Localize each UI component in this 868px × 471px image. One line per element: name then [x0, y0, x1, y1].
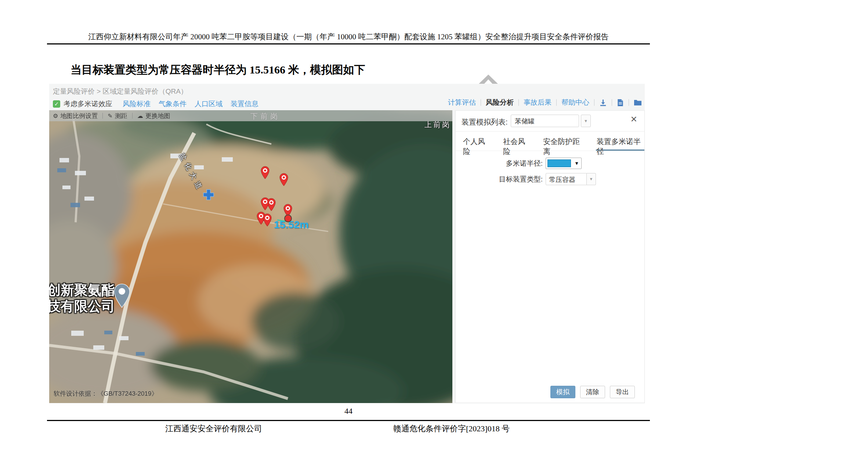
map-pin[interactable] [263, 213, 272, 227]
footer-reference-number: 赣通危化条件评价字[2023]018 号 [393, 423, 510, 434]
collapse-chevron-icon[interactable] [478, 75, 498, 84]
divider [629, 99, 629, 106]
measure-distance-button[interactable]: ✎ 测距 [108, 112, 127, 120]
divider [518, 99, 519, 106]
target-type-row: 目标装置类型: 常压容器 ▼ [456, 173, 596, 185]
report-header-title: 江西仰立新材料有限公司年产 20000 吨苯二甲胺等项目建设（一期（年产 100… [47, 32, 650, 42]
menu-risk-analysis[interactable]: 风险分析 [486, 98, 514, 107]
device-select-trigger[interactable]: ▼ [581, 115, 591, 127]
toolbar-row: ✓ 考虑多米诺效应 风险标准 气象条件 人口区域 装置信息 [53, 99, 258, 109]
menu-help-center[interactable]: 帮助中心 [561, 98, 589, 107]
link-device-info[interactable]: 装置信息 [231, 99, 258, 109]
satellite-map[interactable]: ⚙ 地图比例设置 ✎ 测距 ☁ 更换地图 下前岗 上前岗 盐化大道 创新聚氨酯 [49, 110, 452, 403]
measure-distance-label: 测距 [115, 112, 127, 120]
footer-company: 江西通安安全评价有限公司 [165, 423, 262, 434]
divider [132, 113, 133, 119]
divider [594, 99, 594, 106]
close-icon[interactable]: × [630, 114, 637, 125]
tab-safety-distance[interactable]: 安全防护距离 [542, 132, 584, 151]
change-basemap-label: 更换地图 [145, 112, 170, 120]
breadcrumb[interactable]: 定量风险评价 > 区域定量风险评价（QRA） [53, 87, 188, 96]
chevron-down-icon: ▼ [584, 119, 588, 123]
divider [481, 99, 481, 106]
top-menu: 计算评估 风险分析 事故后果 帮助中心 [448, 98, 642, 107]
cloud-icon: ☁ [137, 112, 143, 119]
map-scale-settings-button[interactable]: ⚙ 地图比例设置 [53, 112, 98, 120]
map-scale-settings-label: 地图比例设置 [60, 112, 98, 120]
target-type-select[interactable]: 常压容器 [546, 173, 587, 185]
report-page: 江西仰立新材料有限公司年产 20000 吨苯二甲胺等项目建设（一期（年产 100… [0, 0, 868, 471]
map-pin[interactable] [261, 166, 270, 179]
divider [612, 99, 612, 106]
map-label-village-right: 上前岗 [424, 120, 451, 130]
device-list-label: 装置模拟列表: [462, 117, 508, 127]
domino-radius-circle [284, 215, 292, 222]
map-label-company: 创新聚氨酯 技有限公司 [49, 282, 115, 315]
link-population[interactable]: 人口区域 [195, 99, 223, 109]
map-center-cross-icon [203, 189, 214, 200]
divider [456, 151, 644, 151]
link-weather[interactable]: 气象条件 [159, 99, 187, 109]
tab-social-risk[interactable]: 社会风险 [502, 132, 531, 151]
clear-button[interactable]: 清除 [580, 386, 605, 398]
qra-app-screenshot: 定量风险评价 > 区域定量风险评价（QRA） ✓ 考虑多米诺效应 风险标准 气象… [49, 84, 645, 403]
page-number: 44 [47, 406, 650, 416]
map-pin[interactable] [261, 197, 270, 211]
map-toolbar: ⚙ 地图比例设置 ✎ 测距 ☁ 更换地图 [49, 110, 452, 121]
device-select[interactable]: 苯储罐 [511, 115, 579, 127]
chevron-down-icon: ▼ [589, 177, 593, 181]
domino-radius-select[interactable]: ▼ [546, 158, 582, 169]
tab-personal-risk[interactable]: 个人风险 [462, 132, 491, 151]
download-icon[interactable] [599, 99, 607, 107]
device-simulation-panel: 装置模拟列表: 苯储罐 ▼ × 个人风险 社会风险 安全防护距离 装置多米诺半径… [455, 110, 645, 403]
body-paragraph: 当目标装置类型为常压容器时半径为 15.5166 米，模拟图如下 [70, 62, 365, 78]
satellite-imagery [49, 110, 452, 403]
menu-accident-consequence[interactable]: 事故后果 [524, 98, 551, 107]
change-basemap-button[interactable]: ☁ 更换地图 [137, 112, 170, 120]
divider [556, 99, 557, 106]
simulate-button[interactable]: 模拟 [550, 386, 575, 398]
menu-calc-eval[interactable]: 计算评估 [448, 98, 476, 107]
domino-radius-label: 多米诺半径: [456, 159, 546, 168]
tab-domino-radius[interactable]: 装置多米诺半径 [596, 132, 644, 151]
chevron-down-icon: ▼ [574, 161, 579, 166]
poi-pin[interactable] [114, 284, 130, 308]
map-pin[interactable] [279, 173, 288, 186]
panel-tabs: 个人风险 社会风险 安全防护距离 装置多米诺半径 [462, 132, 644, 151]
footer-rule [47, 420, 650, 421]
domino-effect-checkbox[interactable]: ✓ [53, 100, 60, 108]
document-icon[interactable] [617, 99, 624, 107]
pencil-icon: ✎ [108, 112, 112, 119]
domino-radius-row: 多米诺半径: ▼ [456, 158, 582, 169]
domino-radius-color-swatch [547, 159, 571, 167]
divider [102, 113, 103, 119]
target-type-label: 目标装置类型: [456, 175, 546, 184]
gear-icon: ⚙ [53, 112, 58, 119]
link-risk-standard[interactable]: 风险标准 [123, 99, 151, 109]
panel-action-buttons: 模拟 清除 导出 [550, 386, 635, 398]
export-button[interactable]: 导出 [610, 386, 635, 398]
map-attribution: 软件设计依据：《GB/T37243-2019》 [54, 389, 158, 398]
domino-effect-label: 考虑多米诺效应 [64, 99, 112, 109]
header-rule [47, 43, 650, 44]
folder-icon[interactable] [634, 99, 642, 106]
target-type-select-trigger[interactable]: ▼ [587, 173, 596, 185]
